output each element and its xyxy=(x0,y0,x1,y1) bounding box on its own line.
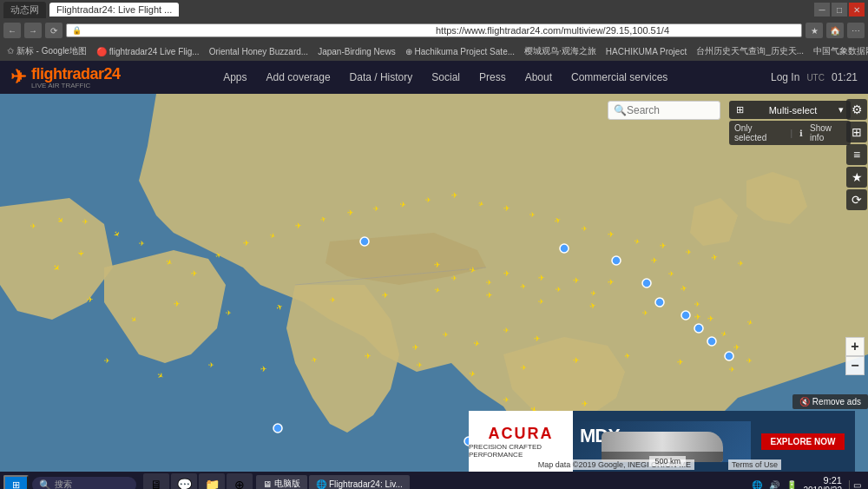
zoom-in-button[interactable]: + xyxy=(845,337,865,356)
svg-text:✈: ✈ xyxy=(582,400,589,408)
clock-time: 9:21 xyxy=(804,475,843,486)
svg-point-91 xyxy=(612,256,621,265)
svg-text:✈: ✈ xyxy=(694,313,701,321)
terms-link[interactable]: Terms of Use xyxy=(728,459,781,470)
svg-text:✈: ✈ xyxy=(260,365,267,373)
utc-label: UTC xyxy=(806,73,825,83)
svg-text:✈: ✈ xyxy=(275,301,285,312)
bookmark-8[interactable]: 台州历史天气查询_历史天... xyxy=(693,44,807,58)
refresh-button[interactable]: ⟳ xyxy=(45,23,62,38)
title-bar: 动态网 Flightradar24: Live Flight ... ─ □ ✕ xyxy=(0,0,868,19)
minimize-button[interactable]: ─ xyxy=(814,3,830,17)
bookmark-3[interactable]: Oriental Honey Buzzard... xyxy=(206,46,312,57)
nav-social[interactable]: Social xyxy=(423,66,469,89)
nav-apps[interactable]: Apps xyxy=(214,66,255,89)
svg-text:✈: ✈ xyxy=(111,229,122,240)
tabs-container: 动态网 Flightradar24: Live Flight ... xyxy=(3,2,179,18)
bookmark-7[interactable]: HACHIKUMA Project xyxy=(602,46,690,57)
bookmark-2[interactable]: 🔴 flightradar24 Live Flig... xyxy=(93,46,203,57)
start-button[interactable]: ⊞ xyxy=(3,475,29,490)
multiselect-icon: ⊞ xyxy=(736,104,744,116)
bookmark-9[interactable]: 中国气象数据网 xyxy=(810,44,868,58)
clock-date: 2019/9/22 xyxy=(804,486,843,490)
multiselect-panel: ⊞ Multi-select ▾ Only selected | ℹ Show … xyxy=(729,101,851,145)
windows-icon: ⊞ xyxy=(12,479,20,490)
sys-time: 9:21 2019/9/22 xyxy=(804,475,843,490)
ad-tagline: PRECISION CRAFTED PERFORMANCE xyxy=(469,443,573,459)
svg-text:✈: ✈ xyxy=(30,222,36,230)
svg-text:✈: ✈ xyxy=(399,200,408,209)
zoom-out-button[interactable]: − xyxy=(845,356,865,375)
nav-press[interactable]: Press xyxy=(470,66,515,89)
bookmark-6[interactable]: 樱城观鸟·观海之旅 xyxy=(521,44,600,58)
svg-text:✈: ✈ xyxy=(553,215,562,226)
svg-text:✈: ✈ xyxy=(738,260,744,268)
logo-icon: ✈ xyxy=(10,66,26,89)
logo-text-block: flightradar24 LIVE AIR TRAFFIC xyxy=(31,65,121,89)
layers-tool-button[interactable]: ⊞ xyxy=(846,122,867,142)
search-input[interactable] xyxy=(627,104,705,116)
only-selected-label[interactable]: Only selected xyxy=(734,123,783,142)
remove-ads-button[interactable]: 🔇 Remove ads xyxy=(792,394,868,409)
taskbar-app-monitor[interactable]: 🖥 xyxy=(143,473,169,489)
map-container[interactable]: // Will be rendered by inline approach b… xyxy=(0,94,868,472)
nav-bar: ← → ⟳ 🔒 https://www.flightradar24.com/mu… xyxy=(0,19,868,42)
bookmark-1[interactable]: ✩ 新标 - Google地图 xyxy=(3,44,90,58)
show-info-label[interactable]: Show info xyxy=(810,123,845,142)
running-app-1[interactable]: 🖥 电脑版 xyxy=(256,475,307,489)
svg-text:✈: ✈ xyxy=(208,361,214,369)
settings-tool-button[interactable]: ⚙ xyxy=(846,99,867,120)
maximize-button[interactable]: □ xyxy=(832,3,847,17)
nav-commercial[interactable]: Commercial services xyxy=(562,66,676,89)
svg-text:✈: ✈ xyxy=(451,191,458,200)
login-link[interactable]: Log In xyxy=(771,71,799,83)
tab-dongwang[interactable]: 动态网 xyxy=(3,2,46,18)
bookmark-5[interactable]: ⊕ Hachikuma Project Sate... xyxy=(402,46,518,57)
forward-button[interactable]: → xyxy=(24,23,42,38)
svg-text:✈: ✈ xyxy=(707,314,714,323)
explore-now-button[interactable]: EXPLORE NOW xyxy=(761,433,844,450)
show-desktop-icon[interactable]: ▭ xyxy=(849,480,861,490)
nav-about[interactable]: About xyxy=(516,66,561,89)
multiselect-button[interactable]: ⊞ Multi-select ▾ xyxy=(729,101,851,119)
nav-right: Log In UTC 01:21 xyxy=(771,71,858,83)
taskbar-right: 🌐 🔊 🔋 9:21 2019/9/22 ▭ xyxy=(752,475,865,490)
bookmark-4[interactable]: Japan-Birding News xyxy=(314,46,399,57)
search-box: 🔍 xyxy=(608,101,720,120)
settings-browser-button[interactable]: ⋯ xyxy=(847,23,865,38)
logo-tagline: LIVE AIR TRAFFIC xyxy=(31,82,121,89)
bookmark-button[interactable]: ★ xyxy=(806,23,823,38)
running-app-2[interactable]: 🌐 Flightradar24: Liv... xyxy=(309,475,410,489)
svg-text:✈: ✈ xyxy=(382,291,389,300)
svg-text:✈: ✈ xyxy=(660,241,667,250)
taskbar-app-explorer[interactable]: 📁 xyxy=(199,473,225,489)
svg-text:✈: ✈ xyxy=(468,265,477,275)
svg-text:✈: ✈ xyxy=(330,296,336,304)
taskbar: ⊞ 🔍 搜索 🖥 💬 📁 ⊕ 🖥 电脑版 🌐 Flightradar24: Li… xyxy=(0,472,868,489)
back-button[interactable]: ← xyxy=(3,23,21,38)
home-button[interactable]: 🏠 xyxy=(826,23,844,38)
star-tool-button[interactable]: ★ xyxy=(846,167,867,188)
address-bar[interactable]: 🔒 https://www.flightradar24.com/multivie… xyxy=(66,23,802,37)
svg-text:✈: ✈ xyxy=(373,205,379,213)
svg-text:✈: ✈ xyxy=(651,256,658,265)
taskbar-app-chat[interactable]: 💬 xyxy=(171,473,197,489)
svg-text:✈: ✈ xyxy=(711,253,720,262)
svg-text:✈: ✈ xyxy=(529,211,536,219)
svg-text:✈: ✈ xyxy=(538,274,545,282)
close-button[interactable]: ✕ xyxy=(849,3,865,17)
scale-bar: 500 km xyxy=(649,456,686,466)
secure-icon: 🔒 xyxy=(72,26,432,35)
taskbar-search-box[interactable]: 🔍 搜索 xyxy=(32,477,136,489)
taskbar-apps: 🖥 💬 📁 ⊕ xyxy=(143,473,253,489)
svg-text:✈: ✈ xyxy=(139,240,145,248)
nav-add-coverage[interactable]: Add coverage xyxy=(258,66,339,89)
taskbar-app-browser-extra[interactable]: ⊕ xyxy=(227,473,253,489)
tab-flightradar[interactable]: Flightradar24: Live Flight ... xyxy=(49,3,179,17)
svg-text:✈: ✈ xyxy=(295,221,302,230)
replay-tool-button[interactable]: ⟳ xyxy=(846,189,867,210)
svg-text:✈: ✈ xyxy=(686,248,692,256)
right-tools: ⚙ ⊞ ≡ ★ ⟳ xyxy=(844,94,868,215)
filter-tool-button[interactable]: ≡ xyxy=(846,144,867,165)
nav-data-history[interactable]: Data / History xyxy=(341,66,422,89)
